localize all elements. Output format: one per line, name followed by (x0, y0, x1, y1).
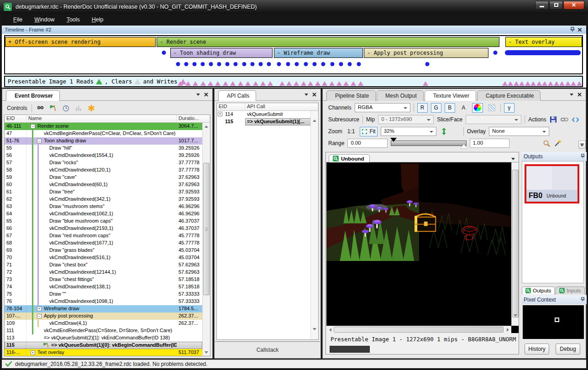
timeline-draw-dot[interactable] (312, 62, 316, 66)
event-row-66[interactable]: 66vkCmdDrawIndexed(2193,1)46.37037 (5, 225, 202, 232)
texture-vertical-scrollbar[interactable] (511, 162, 519, 326)
event-row-109[interactable]: 109vkCmdDraw(4,1)262.37... (5, 320, 202, 327)
timeline-event-dot[interactable] (162, 51, 166, 55)
column-eid[interactable]: EID (5, 115, 26, 122)
tab-texture-viewer[interactable]: Texture Viewer (425, 90, 476, 101)
tab-pipeline-state[interactable]: Pipeline State (326, 90, 376, 101)
write-triangle[interactable] (308, 81, 313, 86)
tree-expand-toggle[interactable]: + (218, 112, 222, 116)
write-triangle[interactable] (559, 81, 565, 86)
event-row-75[interactable]: 75Draw ""57.33333 (5, 291, 202, 298)
timeline-draw-dot[interactable] (425, 62, 430, 66)
api-call-row-114[interactable]: +114vkQueueSubmit (217, 111, 318, 118)
tree-expand-toggle[interactable]: + (37, 307, 42, 311)
column-api-call[interactable]: API Call (245, 103, 318, 110)
timeline-marker--toon-shading-draw[interactable]: - Toon shading draw (170, 48, 273, 58)
event-row-65[interactable]: 65Draw "blue mushroom caps"46.37037 (5, 218, 202, 225)
event-row-62[interactable]: 62vkCmdDrawIndexed(342,1)37.92593 (5, 196, 202, 203)
range-mode-dropdown[interactable] (578, 141, 586, 149)
timeline-marker--apply-post-processing[interactable]: - Apply post processing (364, 48, 488, 58)
write-triangle[interactable] (577, 81, 582, 86)
write-triangle[interactable] (260, 81, 266, 86)
timeline-draw-dot[interactable] (193, 62, 197, 66)
write-triangle[interactable] (336, 81, 342, 86)
zoom-1-1-button[interactable]: 1:1 (346, 127, 357, 136)
timeline-draw-dot[interactable] (267, 62, 271, 66)
event-row-116-...[interactable]: 116-...+Text overlay511.7037 (5, 349, 202, 356)
write-triangle[interactable] (238, 81, 243, 86)
event-row-47[interactable]: 47vkCmdBeginRenderPass(C=Clear, D=Clear,… (5, 130, 202, 137)
timeline-event-dot[interactable] (493, 51, 498, 55)
tree-expand-toggle[interactable]: − (37, 314, 42, 318)
pin-icon[interactable] (581, 153, 585, 160)
zoom-fit-button[interactable]: Fit (360, 127, 377, 136)
timeline-draw-dot[interactable] (234, 62, 238, 66)
write-triangle[interactable] (185, 81, 191, 86)
menu-file[interactable]: File (8, 15, 27, 25)
timeline-draw-dot[interactable] (357, 62, 361, 66)
api-call-row-115[interactable]: 115=> vkQueueSubmit(1)[... (217, 118, 318, 125)
write-triangle[interactable] (286, 81, 292, 86)
write-triangle[interactable] (245, 81, 251, 86)
timeline-draw-dot[interactable] (217, 62, 221, 66)
event-row-107-...[interactable]: 107-...−Apply post processing262.37... (5, 313, 202, 320)
channel-green-toggle[interactable]: G (431, 103, 441, 113)
close-icon[interactable]: ✕ (576, 27, 583, 33)
write-triangle[interactable] (548, 81, 553, 86)
timeline-event-pill[interactable] (505, 50, 581, 55)
event-row-78-104[interactable]: 78-104+Wireframe draw1784.5... (5, 305, 202, 313)
channel-alpha-toggle[interactable]: A (458, 103, 469, 113)
overlay-select[interactable]: None (489, 127, 549, 136)
write-triangle[interactable] (200, 81, 206, 86)
timeline-track[interactable]: + Off-screen scene rendering- Render sce… (4, 35, 583, 74)
event-row-46-111[interactable]: 46-111−Render scene3064.7... (5, 123, 202, 130)
column-eid[interactable]: EID (217, 103, 245, 110)
write-triangle[interactable] (279, 81, 285, 86)
write-triangle[interactable] (514, 81, 519, 86)
event-row-76[interactable]: 76vkCmdDrawIndexed(1098,1)57.33333 (5, 298, 202, 305)
range-black-point-handle[interactable] (390, 138, 397, 142)
event-browser-scrollbar[interactable] (202, 123, 210, 356)
slice-face-select[interactable] (466, 115, 521, 124)
pin-icon[interactable] (581, 297, 585, 303)
minimize-button[interactable] (535, 1, 549, 10)
panel-close-icon[interactable]: ✕ (204, 92, 209, 98)
timeline-draw-dot[interactable] (201, 62, 205, 66)
event-row-113[interactable]: 113=> vkQueueSubmit(2)[1]: vkEndCommandB… (5, 334, 202, 342)
event-row-59[interactable]: 59Draw "cave"37.62963 (5, 174, 202, 181)
maximize-button[interactable] (549, 1, 563, 10)
timeline-draw-dot[interactable] (226, 62, 230, 66)
event-row-60[interactable]: 60vkCmdDrawIndexed(60,1)37.62963 (5, 181, 202, 188)
channel-red-toggle[interactable]: R (417, 103, 428, 113)
code-icon[interactable] (572, 115, 579, 124)
menu-window[interactable]: Window (29, 15, 59, 25)
backdrop-color-swatch[interactable] (330, 346, 370, 353)
colorwheel-toggle[interactable] (472, 103, 483, 113)
texture-image[interactable] (326, 162, 519, 333)
autofit-wand-icon[interactable] (554, 139, 562, 148)
write-triangle[interactable] (230, 81, 236, 86)
tree-expand-toggle[interactable]: − (37, 139, 42, 143)
statistics-icon-disabled[interactable] (74, 104, 83, 113)
write-triangle[interactable] (315, 81, 320, 86)
write-triangle[interactable] (351, 81, 356, 86)
link-icon[interactable] (561, 115, 568, 124)
tab-api-calls[interactable]: API Calls (218, 90, 256, 101)
flip-y-icon[interactable] (440, 127, 448, 136)
panel-menu-icon[interactable] (304, 94, 308, 96)
event-row-72[interactable]: 72vkCmdDrawIndexed(12144,1)57.62963 (5, 269, 202, 276)
range-white-point-handle[interactable] (461, 144, 467, 148)
write-triangle[interactable] (519, 81, 525, 86)
channel-blue-toggle[interactable]: B (445, 103, 455, 113)
event-row-70[interactable]: 70vkCmdDrawIndexed(516,1)45.03704 (5, 254, 202, 261)
save-icon[interactable] (550, 115, 557, 124)
timeline-draw-dot[interactable] (321, 62, 326, 66)
event-row-51-76[interactable]: 51-76−Toon shading draw1017.7... (5, 137, 202, 145)
write-triangle[interactable] (343, 81, 349, 86)
write-triangle[interactable] (530, 81, 536, 86)
write-triangle[interactable] (502, 81, 508, 86)
timeline-marker--text-overlay[interactable]: - Text overlay (505, 37, 582, 47)
close-button[interactable]: ✕ (563, 1, 584, 10)
timeline-draw-dot[interactable] (176, 62, 180, 66)
write-triangle[interactable] (215, 81, 220, 86)
